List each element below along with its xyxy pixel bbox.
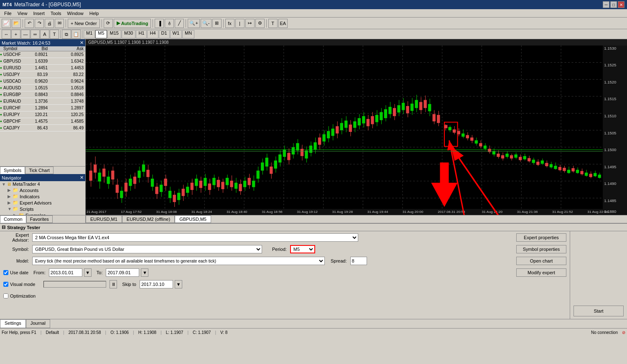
new-order-button[interactable]: + New Order — [68, 19, 100, 28]
options-btn[interactable]: ⚙ — [255, 19, 265, 28]
indicators-btn[interactable]: fx — [225, 19, 234, 28]
nav-indicators[interactable]: ▶ 📁 Indicators — [0, 193, 85, 200]
market-watch-row[interactable]: ● EURJPY 120.21 120.25 — [0, 111, 85, 118]
market-watch-row[interactable]: ● USDCHF 0.8921 0.8925 — [0, 51, 85, 58]
close-button[interactable]: ✕ — [618, 1, 624, 8]
modify-expert-button[interactable]: Modify expert — [516, 268, 566, 277]
tab-journal[interactable]: Journal — [26, 319, 50, 328]
scroll-end-btn[interactable]: ↦ — [245, 19, 255, 28]
st-model-dropdown[interactable]: Every tick (the most precise method base… — [32, 257, 325, 265]
market-watch-row[interactable]: ● GBPUSD 1.6339 1.6342 — [0, 58, 85, 65]
close-icon[interactable]: ✕ — [80, 40, 84, 46]
market-symbol: GBPCHF — [3, 119, 28, 124]
st-spread-input[interactable] — [350, 257, 367, 265]
period-sep-btn[interactable]: | — [235, 19, 245, 28]
tab-favorites[interactable]: Favorites — [26, 215, 53, 223]
tab-common[interactable]: Common — [0, 215, 26, 223]
hline-btn[interactable]: ═ — [31, 30, 40, 39]
restore-button[interactable]: □ — [610, 1, 617, 8]
arrow-btn[interactable]: ↔ — [2, 30, 11, 39]
chart-canvas[interactable]: 1.1530 1.1525 1.1520 1.1515 1.1510 1.150… — [86, 46, 627, 215]
chart-tab-gbpusd-m5[interactable]: GBPUSD,M5 — [175, 215, 211, 223]
st-to-input[interactable] — [106, 268, 139, 277]
period-m5[interactable]: M5 — [95, 30, 107, 38]
nav-examples[interactable]: ▶ 📁 Examples — [0, 212, 85, 215]
st-period-dropdown[interactable]: M5 — [290, 245, 315, 253]
st-from-input[interactable] — [49, 268, 82, 277]
market-watch-row[interactable]: ● EURUSD 1.4451 1.4453 — [0, 65, 85, 71]
new-chart-btn[interactable]: 📈 — [2, 19, 11, 28]
market-watch-row[interactable]: ● EURAUD 1.3736 1.3748 — [0, 98, 85, 105]
menu-help[interactable]: Help — [87, 10, 102, 17]
market-watch-row[interactable]: ● USDCAD 0.9620 0.9624 — [0, 78, 85, 85]
period-d1[interactable]: D1 — [159, 30, 170, 38]
market-watch-row[interactable]: ● GBPCHF 1.4575 1.4585 — [0, 118, 85, 125]
tpl-btn[interactable]: T — [268, 19, 278, 28]
menu-insert[interactable]: Insert — [31, 10, 47, 17]
zoom-in-btn[interactable]: 🔍+ — [188, 19, 199, 28]
st-toggle-icon[interactable]: ⊟ — [2, 225, 5, 230]
period-h1[interactable]: H1 — [136, 30, 147, 38]
autotrading-button[interactable]: ▶ AutoTrading — [114, 19, 151, 28]
zoom-out-btn[interactable]: 🔍- — [201, 19, 212, 28]
menu-view[interactable]: View — [15, 10, 30, 17]
tab-tick-chart[interactable]: Tick Chart — [25, 167, 54, 174]
menu-file[interactable]: File — [2, 10, 14, 17]
navigator-close-icon[interactable]: ✕ — [80, 175, 84, 180]
period-h4[interactable]: H4 — [147, 30, 158, 38]
market-watch-row[interactable]: ● EURCHF 1.2894 1.2897 — [0, 105, 85, 111]
candle-chart-btn[interactable]: 🕯 — [165, 19, 174, 28]
market-watch-row[interactable]: ● EURGBP 0.8843 0.8846 — [0, 91, 85, 98]
nav-accounts[interactable]: ▶ 📁 Accounts — [0, 187, 85, 193]
start-button[interactable]: Start — [573, 306, 624, 316]
cross-btn[interactable]: + — [11, 30, 20, 39]
bar-chart-btn[interactable]: ▐ — [155, 19, 164, 28]
label-btn[interactable]: T — [50, 30, 59, 39]
menu-window[interactable]: Window — [65, 10, 86, 17]
symbol-properties-button[interactable]: Symbol properties — [516, 245, 566, 253]
print-btn[interactable]: 🖨 — [45, 19, 54, 28]
st-symbol-dropdown[interactable]: GBPUSD, Great Britain Pound vs US Dollar — [32, 245, 262, 253]
market-watch-row[interactable]: ● CADJPY 86.43 86.49 — [0, 125, 85, 131]
line-btn[interactable]: — — [21, 30, 30, 39]
redo-btn[interactable]: ↷ — [35, 19, 44, 28]
text-draw-btn[interactable]: A — [40, 30, 49, 39]
period-m1[interactable]: M1 — [84, 30, 95, 38]
st-ea-dropdown[interactable]: 2 MA Crosses Mega filter EA V1.ex4 — [32, 233, 358, 242]
copy-btn[interactable]: ⧉ — [62, 30, 71, 39]
period-m30[interactable]: M30 — [122, 30, 135, 38]
svg-rect-243 — [510, 155, 513, 159]
tab-settings[interactable]: Settings — [0, 319, 26, 328]
nav-expert-advisors[interactable]: ▶ 📁 Expert Advisors — [0, 200, 85, 206]
period-mn[interactable]: MN — [182, 30, 194, 38]
mail-btn[interactable]: ✉ — [55, 19, 64, 28]
skipto-calendar-btn[interactable]: ▼ — [175, 280, 182, 288]
undo-btn[interactable]: ↶ — [25, 19, 34, 28]
refresh-btn[interactable]: ⟳ — [104, 19, 113, 28]
from-calendar-btn[interactable]: ▼ — [84, 268, 92, 277]
paste-btn[interactable]: 📋 — [71, 30, 81, 39]
optimization-checkbox[interactable] — [3, 293, 8, 298]
chart-tab-eurusd-m1[interactable]: EURUSD,M1 — [86, 215, 122, 223]
period-w1[interactable]: W1 — [170, 30, 182, 38]
market-watch-row[interactable]: ● AUDUSD 1.0515 1.0518 — [0, 85, 85, 91]
market-watch-row[interactable]: ● USDJPY 83.19 83.22 — [0, 71, 85, 78]
chart-tab-eurusd-m2[interactable]: EURUSD,M2 (offline) — [122, 215, 175, 223]
menu-tools[interactable]: Tools — [48, 10, 64, 17]
open-btn[interactable]: 📂 — [12, 19, 21, 28]
nav-scripts[interactable]: ▼ 📁 Scripts — [0, 206, 85, 212]
line-chart-btn[interactable]: ╱ — [175, 19, 184, 28]
open-chart-button[interactable]: Open chart — [516, 257, 566, 265]
period-m15[interactable]: M15 — [107, 30, 121, 38]
grid-btn[interactable]: ⊞ — [212, 19, 222, 28]
to-calendar-btn[interactable]: ▼ — [141, 268, 148, 277]
nav-metatrader4[interactable]: ▼ 🖥 MetaTrader 4 — [0, 181, 85, 187]
visual-mode-checkbox[interactable] — [3, 282, 8, 287]
st-skip-to-input[interactable] — [140, 280, 173, 288]
tab-symbols[interactable]: Symbols — [0, 167, 25, 174]
minimize-button[interactable]: ─ — [603, 1, 609, 8]
pause-btn[interactable]: ⏸ — [110, 280, 117, 288]
expert-properties-button[interactable]: Expert properties — [516, 233, 566, 242]
use-date-checkbox[interactable] — [3, 270, 8, 275]
ea-btn[interactable]: EA — [278, 19, 288, 28]
